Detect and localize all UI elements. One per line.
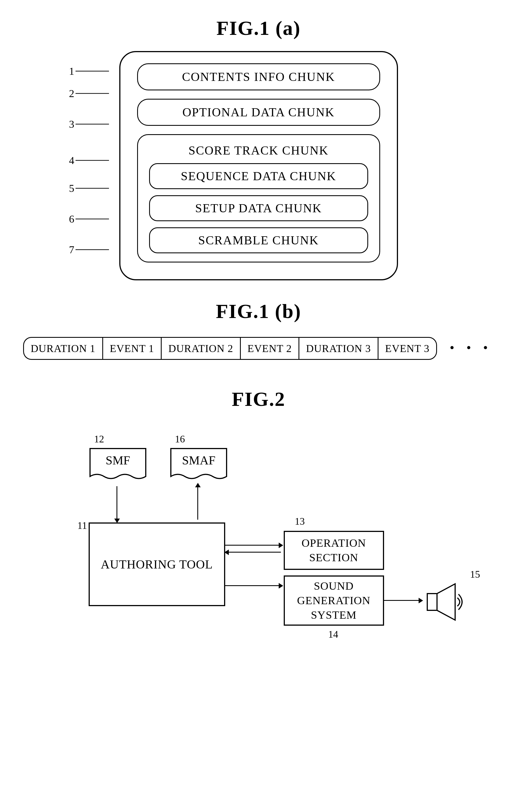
- optional-data-chunk: OPTIONAL DATA CHUNK: [137, 99, 380, 126]
- operation-region: 13 OPERATION SECTION: [284, 531, 384, 570]
- svg-text:SMAF: SMAF: [182, 454, 215, 467]
- smaf-region: 16 SMAF: [170, 447, 228, 487]
- smaf-box-svg: SMAF: [170, 447, 228, 486]
- fig1b-title: FIG.1 (b): [22, 300, 495, 323]
- svg-text:SMF: SMF: [105, 454, 130, 467]
- operation-ref: 13: [295, 516, 305, 527]
- score-track-title: SCORE TRACK CHUNK: [149, 143, 368, 157]
- label-3: 3: [69, 118, 115, 130]
- sequence-dots: ・・・: [444, 338, 494, 359]
- score-track-chunk-box: SCORE TRACK CHUNK SEQUENCE DATA CHUNK SE…: [137, 134, 380, 262]
- outer-chunk-box: CONTENTS INFO CHUNK OPTIONAL DATA CHUNK …: [119, 51, 398, 280]
- smaf-arrow-head2: [195, 483, 201, 487]
- label-5: 5: [69, 182, 115, 195]
- speaker-icon: [424, 582, 463, 621]
- setup-data-chunk: SETUP DATA CHUNK: [149, 195, 368, 221]
- authoring-box: AUTHORING TOOL: [89, 522, 225, 606]
- sound-box: SOUND GENERATION SYSTEM: [284, 576, 384, 626]
- scramble-chunk: SCRAMBLE CHUNK: [149, 227, 368, 253]
- event1-box: EVENT 1: [102, 337, 161, 360]
- fig2-title: FIG.2: [22, 388, 495, 411]
- label-1: 1: [69, 65, 115, 77]
- event2-box: EVENT 2: [240, 337, 299, 360]
- smaf-arrow-shaft2: [197, 486, 198, 520]
- speaker-region: 15: [424, 582, 463, 622]
- sound-ref: 14: [328, 629, 338, 640]
- duration3-box: DURATION 3: [299, 337, 378, 360]
- sequence-data-chunk: SEQUENCE DATA CHUNK: [149, 163, 368, 189]
- speaker-ref: 15: [470, 569, 480, 580]
- auth-to-op-head: [279, 543, 283, 548]
- sound-to-speaker-shaft: [384, 600, 420, 601]
- smf-box-svg: SMF: [89, 447, 147, 486]
- sound-region: SOUND GENERATION SYSTEM: [284, 576, 384, 626]
- label-2: 2: [69, 87, 115, 99]
- smaf-ref: 16: [175, 433, 185, 445]
- svg-marker-10: [437, 584, 455, 620]
- sound-to-speaker-head: [419, 598, 423, 603]
- duration1-box: DURATION 1: [23, 337, 102, 360]
- operation-box: OPERATION SECTION: [284, 531, 384, 570]
- event3-box: EVENT 3: [378, 337, 437, 360]
- smf-region: 12 SMF: [89, 447, 147, 487]
- duration2-box: DURATION 2: [161, 337, 240, 360]
- smf-ref: 12: [94, 433, 104, 445]
- authoring-ref: 11: [78, 520, 87, 531]
- label-6: 6: [69, 213, 115, 225]
- fig1a-diagram: 1 2 3: [78, 51, 440, 280]
- page: FIG.1 (a) 1 2: [0, 0, 517, 654]
- fig2-diagram: 12 SMF 16 SMAF 11 AUTHORING TOOL: [64, 428, 454, 637]
- authoring-region: 11 AUTHORING TOOL: [89, 522, 225, 606]
- smf-arrow-shaft: [117, 486, 117, 520]
- op-to-auth-shaft: [225, 552, 281, 553]
- label-4: 4: [69, 154, 115, 167]
- auth-to-sound-shaft: [225, 585, 281, 586]
- auth-to-op-shaft: [225, 545, 281, 546]
- fig1a-title: FIG.1 (a): [22, 17, 495, 40]
- svg-rect-9: [427, 593, 437, 610]
- label-7: 7: [69, 243, 115, 256]
- auth-to-sound-head: [279, 583, 283, 588]
- op-to-auth-head: [224, 550, 229, 555]
- contents-info-chunk: CONTENTS INFO CHUNK: [137, 63, 380, 90]
- fig1b-sequence: DURATION 1 EVENT 1 DURATION 2 EVENT 2 DU…: [22, 337, 495, 360]
